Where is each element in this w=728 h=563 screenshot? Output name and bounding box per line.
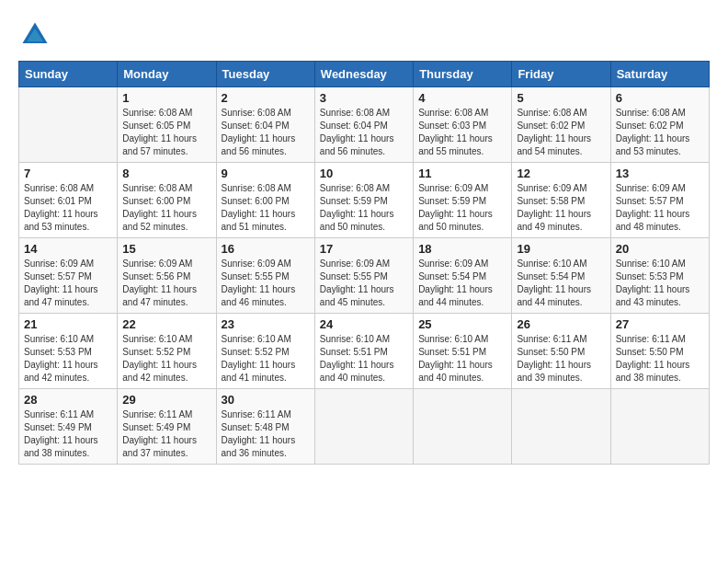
- day-number: 25: [418, 317, 506, 331]
- day-info: Sunrise: 6:11 AM Sunset: 5:49 PM Dayligh…: [122, 408, 210, 460]
- day-number: 16: [222, 242, 310, 256]
- week-row-2: 7Sunrise: 6:08 AM Sunset: 6:01 PM Daylig…: [19, 163, 710, 238]
- day-info: Sunrise: 6:08 AM Sunset: 6:03 PM Dayligh…: [418, 107, 506, 158]
- day-number: 1: [122, 91, 210, 105]
- day-info: Sunrise: 6:10 AM Sunset: 5:53 PM Dayligh…: [616, 258, 704, 309]
- calendar-cell: 4Sunrise: 6:08 AM Sunset: 6:03 PM Daylig…: [414, 87, 512, 163]
- calendar-cell: [512, 389, 610, 465]
- calendar-cell: 17Sunrise: 6:09 AM Sunset: 5:55 PM Dayli…: [314, 238, 413, 314]
- calendar-cell: 19Sunrise: 6:10 AM Sunset: 5:54 PM Dayli…: [512, 238, 610, 314]
- day-info: Sunrise: 6:09 AM Sunset: 5:55 PM Dayligh…: [320, 258, 408, 309]
- day-info: Sunrise: 6:10 AM Sunset: 5:51 PM Dayligh…: [418, 333, 506, 385]
- day-number: 26: [517, 317, 605, 331]
- calendar-cell: 2Sunrise: 6:08 AM Sunset: 6:04 PM Daylig…: [216, 87, 314, 163]
- week-row-3: 14Sunrise: 6:09 AM Sunset: 5:57 PM Dayli…: [19, 238, 710, 314]
- day-number: 2: [222, 91, 310, 105]
- calendar-cell: 5Sunrise: 6:08 AM Sunset: 6:02 PM Daylig…: [512, 87, 610, 163]
- calendar-body: 1Sunrise: 6:08 AM Sunset: 6:05 PM Daylig…: [19, 87, 710, 465]
- day-info: Sunrise: 6:09 AM Sunset: 5:59 PM Dayligh…: [418, 182, 506, 234]
- day-info: Sunrise: 6:09 AM Sunset: 5:56 PM Dayligh…: [122, 258, 210, 309]
- day-number: 11: [418, 167, 506, 180]
- day-number: 27: [616, 317, 704, 331]
- header-cell-thursday: Thursday: [414, 62, 512, 87]
- day-info: Sunrise: 6:09 AM Sunset: 5:55 PM Dayligh…: [222, 258, 310, 309]
- calendar-cell: 21Sunrise: 6:10 AM Sunset: 5:53 PM Dayli…: [19, 314, 118, 389]
- calendar-cell: 16Sunrise: 6:09 AM Sunset: 5:55 PM Dayli…: [216, 238, 314, 314]
- week-row-5: 28Sunrise: 6:11 AM Sunset: 5:49 PM Dayli…: [19, 389, 710, 465]
- day-info: Sunrise: 6:09 AM Sunset: 5:57 PM Dayligh…: [24, 258, 112, 309]
- calendar-cell: 23Sunrise: 6:10 AM Sunset: 5:52 PM Dayli…: [216, 314, 314, 389]
- day-number: 4: [418, 91, 506, 105]
- day-info: Sunrise: 6:08 AM Sunset: 6:02 PM Dayligh…: [517, 107, 605, 158]
- day-number: 7: [24, 167, 112, 180]
- calendar-cell: 7Sunrise: 6:08 AM Sunset: 6:01 PM Daylig…: [19, 163, 118, 238]
- calendar-cell: 20Sunrise: 6:10 AM Sunset: 5:53 PM Dayli…: [610, 238, 709, 314]
- header-cell-tuesday: Tuesday: [216, 62, 314, 87]
- day-info: Sunrise: 6:11 AM Sunset: 5:50 PM Dayligh…: [616, 333, 704, 385]
- day-info: Sunrise: 6:10 AM Sunset: 5:52 PM Dayligh…: [222, 333, 310, 385]
- calendar-cell: [414, 389, 512, 465]
- calendar-cell: 28Sunrise: 6:11 AM Sunset: 5:49 PM Dayli…: [19, 389, 118, 465]
- day-number: 8: [122, 167, 210, 180]
- calendar-cell: 25Sunrise: 6:10 AM Sunset: 5:51 PM Dayli…: [414, 314, 512, 389]
- calendar-cell: [19, 87, 118, 163]
- calendar-cell: [314, 389, 413, 465]
- calendar-cell: 27Sunrise: 6:11 AM Sunset: 5:50 PM Dayli…: [610, 314, 709, 389]
- calendar-cell: 22Sunrise: 6:10 AM Sunset: 5:52 PM Dayli…: [118, 314, 216, 389]
- calendar-cell: 6Sunrise: 6:08 AM Sunset: 6:02 PM Daylig…: [610, 87, 709, 163]
- day-info: Sunrise: 6:08 AM Sunset: 6:00 PM Dayligh…: [222, 182, 310, 234]
- header-cell-wednesday: Wednesday: [314, 62, 413, 87]
- day-number: 6: [616, 91, 704, 105]
- calendar-cell: 26Sunrise: 6:11 AM Sunset: 5:50 PM Dayli…: [512, 314, 610, 389]
- day-number: 10: [320, 167, 408, 180]
- day-info: Sunrise: 6:08 AM Sunset: 6:01 PM Dayligh…: [24, 182, 112, 234]
- day-info: Sunrise: 6:09 AM Sunset: 5:54 PM Dayligh…: [418, 258, 506, 309]
- day-info: Sunrise: 6:09 AM Sunset: 5:57 PM Dayligh…: [616, 182, 704, 234]
- header-cell-saturday: Saturday: [610, 62, 709, 87]
- day-info: Sunrise: 6:08 AM Sunset: 6:05 PM Dayligh…: [122, 107, 210, 158]
- week-row-1: 1Sunrise: 6:08 AM Sunset: 6:05 PM Daylig…: [19, 87, 710, 163]
- calendar-cell: 30Sunrise: 6:11 AM Sunset: 5:48 PM Dayli…: [216, 389, 314, 465]
- calendar-cell: [610, 389, 709, 465]
- day-number: 17: [320, 242, 408, 256]
- day-number: 24: [320, 317, 408, 331]
- day-info: Sunrise: 6:10 AM Sunset: 5:52 PM Dayligh…: [122, 333, 210, 385]
- day-info: Sunrise: 6:08 AM Sunset: 6:00 PM Dayligh…: [122, 182, 210, 234]
- day-number: 19: [517, 242, 605, 256]
- day-number: 15: [122, 242, 210, 256]
- calendar-cell: 14Sunrise: 6:09 AM Sunset: 5:57 PM Dayli…: [19, 238, 118, 314]
- day-info: Sunrise: 6:11 AM Sunset: 5:49 PM Dayligh…: [24, 408, 112, 460]
- day-number: 20: [616, 242, 704, 256]
- day-info: Sunrise: 6:08 AM Sunset: 6:02 PM Dayligh…: [616, 107, 704, 158]
- day-number: 28: [24, 393, 112, 407]
- calendar-cell: 15Sunrise: 6:09 AM Sunset: 5:56 PM Dayli…: [118, 238, 216, 314]
- calendar-header: SundayMondayTuesdayWednesdayThursdayFrid…: [19, 62, 710, 87]
- day-info: Sunrise: 6:08 AM Sunset: 6:04 PM Dayligh…: [222, 107, 310, 158]
- calendar-cell: 1Sunrise: 6:08 AM Sunset: 6:05 PM Daylig…: [118, 87, 216, 163]
- calendar-cell: 24Sunrise: 6:10 AM Sunset: 5:51 PM Dayli…: [314, 314, 413, 389]
- header-cell-monday: Monday: [118, 62, 216, 87]
- calendar-cell: 18Sunrise: 6:09 AM Sunset: 5:54 PM Dayli…: [414, 238, 512, 314]
- day-number: 14: [24, 242, 112, 256]
- calendar-table: SundayMondayTuesdayWednesdayThursdayFrid…: [18, 61, 710, 465]
- week-row-4: 21Sunrise: 6:10 AM Sunset: 5:53 PM Dayli…: [19, 314, 710, 389]
- calendar-cell: 3Sunrise: 6:08 AM Sunset: 6:04 PM Daylig…: [314, 87, 413, 163]
- calendar-cell: 10Sunrise: 6:08 AM Sunset: 5:59 PM Dayli…: [314, 163, 413, 238]
- calendar-cell: 11Sunrise: 6:09 AM Sunset: 5:59 PM Dayli…: [414, 163, 512, 238]
- day-number: 12: [517, 167, 605, 180]
- day-number: 22: [122, 317, 210, 331]
- day-info: Sunrise: 6:10 AM Sunset: 5:54 PM Dayligh…: [517, 258, 605, 309]
- day-number: 5: [517, 91, 605, 105]
- day-info: Sunrise: 6:10 AM Sunset: 5:51 PM Dayligh…: [320, 333, 408, 385]
- day-number: 21: [24, 317, 112, 331]
- day-info: Sunrise: 6:10 AM Sunset: 5:53 PM Dayligh…: [24, 333, 112, 385]
- day-number: 9: [222, 167, 310, 180]
- header-cell-sunday: Sunday: [19, 62, 118, 87]
- logo-icon: [18, 18, 51, 52]
- day-number: 30: [222, 393, 310, 407]
- day-info: Sunrise: 6:08 AM Sunset: 6:04 PM Dayligh…: [320, 107, 408, 158]
- header-cell-friday: Friday: [512, 62, 610, 87]
- calendar-cell: 13Sunrise: 6:09 AM Sunset: 5:57 PM Dayli…: [610, 163, 709, 238]
- day-info: Sunrise: 6:11 AM Sunset: 5:50 PM Dayligh…: [517, 333, 605, 385]
- day-number: 23: [222, 317, 310, 331]
